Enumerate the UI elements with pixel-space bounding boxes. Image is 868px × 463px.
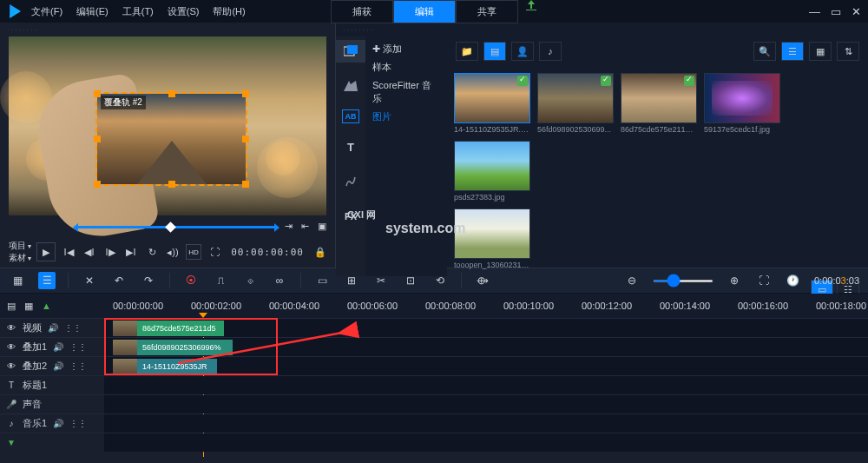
- zoom-slider[interactable]: [653, 280, 713, 282]
- panel-grip[interactable]: ∙∙∙∙∙∙∙∙: [336, 23, 868, 36]
- transitions-tab-icon[interactable]: [336, 75, 365, 97]
- resize-handle[interactable]: [94, 90, 101, 97]
- volume-button[interactable]: ◂)): [165, 244, 181, 260]
- ripple-icon[interactable]: ⟲: [431, 272, 449, 289]
- minimize-button[interactable]: —: [809, 5, 820, 18]
- lock-icon[interactable]: ⋮⋮: [64, 323, 76, 333]
- resize-handle[interactable]: [168, 90, 175, 97]
- resize-handle[interactable]: [242, 90, 249, 97]
- menu-file[interactable]: 文件(F): [31, 5, 62, 18]
- lock-icon[interactable]: 🔒: [314, 247, 326, 258]
- filter-audio-icon[interactable]: ♪: [539, 42, 562, 61]
- hd-button[interactable]: HD: [186, 244, 201, 260]
- thumbnail[interactable]: 59137e5cedc1f.jpg: [704, 73, 780, 134]
- prev-frame-button[interactable]: ◀I: [82, 244, 97, 260]
- tab-capture[interactable]: 捕获: [331, 0, 393, 23]
- menu-settings[interactable]: 设置(S): [168, 5, 200, 18]
- mark-in-icon[interactable]: ⇥: [285, 221, 293, 232]
- zoom-in-icon[interactable]: ⊕: [726, 272, 743, 289]
- folder-icon[interactable]: 📁: [456, 42, 478, 61]
- scrub-bar[interactable]: [78, 226, 274, 228]
- clip[interactable]: 14-15110Z9535JR: [113, 359, 217, 374]
- snap-icon[interactable]: ⊡: [402, 272, 419, 289]
- go-end-button[interactable]: ▶I: [123, 244, 139, 260]
- record-icon[interactable]: ⦿: [182, 272, 200, 289]
- preview-panel[interactable]: 覆叠轨 #2: [9, 36, 326, 215]
- screenshot-icon[interactable]: ▣: [318, 221, 326, 232]
- sort-icon[interactable]: ⇅: [837, 42, 859, 61]
- view-list-icon[interactable]: ☰: [781, 42, 804, 61]
- overlay-bounding-box[interactable]: 覆叠轨 #2: [95, 92, 247, 186]
- panel-grip[interactable]: ∙∙∙∙∙∙∙∙: [0, 23, 335, 36]
- add-folder-button[interactable]: ✚ 添加: [372, 40, 440, 58]
- thumbnail[interactable]: 14-15110Z9535JR.jpg: [454, 73, 530, 134]
- search-icon[interactable]: 🔍: [753, 42, 776, 61]
- mark-out-icon[interactable]: ⇤: [301, 221, 309, 232]
- thumbnail[interactable]: 56fd098902530699...: [537, 73, 614, 134]
- resize-handle[interactable]: [242, 136, 249, 142]
- tab-share[interactable]: 共享: [456, 0, 518, 23]
- mixer-icon[interactable]: ⎍: [212, 272, 229, 289]
- thumbnail[interactable]: tooopen_13060231.jpg: [454, 208, 861, 269]
- maximize-button[interactable]: ▭: [831, 5, 841, 18]
- mute-icon[interactable]: 🔊: [52, 342, 64, 352]
- menu-tool[interactable]: 工具(T): [122, 5, 154, 18]
- fullscreen-button[interactable]: ⛶: [207, 244, 222, 260]
- resize-handle[interactable]: [242, 181, 249, 188]
- track-down-icon[interactable]: ▼: [5, 438, 17, 447]
- material-label[interactable]: 素材: [9, 253, 26, 262]
- eye-icon[interactable]: 👁: [5, 342, 17, 352]
- menu-help[interactable]: 帮助(H): [213, 5, 245, 18]
- fx-tab-icon[interactable]: FX: [336, 205, 365, 228]
- resize-handle[interactable]: [168, 181, 175, 188]
- music-icon[interactable]: ♪: [5, 419, 17, 428]
- split-icon[interactable]: ⊞: [343, 272, 360, 289]
- motion-icon[interactable]: ⟴: [474, 272, 491, 289]
- upload-icon[interactable]: [525, 0, 537, 10]
- resize-handle[interactable]: [94, 136, 101, 142]
- undo-icon[interactable]: ↶: [110, 272, 128, 289]
- menu-edit[interactable]: 编辑(E): [76, 5, 108, 18]
- redo-icon[interactable]: ↷: [140, 272, 157, 289]
- trim-icon[interactable]: ✂: [372, 272, 390, 289]
- lock-icon[interactable]: ⋮⋮: [69, 361, 82, 371]
- tree-scorefitter[interactable]: ScoreFitter 音乐: [372, 76, 440, 108]
- clip[interactable]: 56fd0989025306996%: [113, 340, 233, 355]
- voice-icon[interactable]: 🎤: [5, 400, 17, 409]
- next-frame-button[interactable]: I▶: [102, 244, 118, 260]
- track-up-icon[interactable]: ▲: [42, 301, 51, 311]
- lock-icon[interactable]: ⋮⋮: [69, 342, 82, 352]
- tree-images[interactable]: 图片: [372, 108, 440, 126]
- thumbnail[interactable]: 86d75cde575e211d5...: [621, 73, 697, 134]
- clip[interactable]: 86d75cde575e211d5: [113, 321, 224, 336]
- close-button[interactable]: ✕: [852, 5, 861, 18]
- track-add-icon[interactable]: ▦: [24, 301, 33, 312]
- resize-handle[interactable]: [94, 181, 101, 188]
- mute-icon[interactable]: 🔊: [47, 323, 59, 333]
- timeline-mode-icon[interactable]: ☰: [38, 272, 56, 289]
- loop-button[interactable]: ↻: [144, 244, 160, 260]
- title-icon[interactable]: T: [5, 380, 17, 390]
- zoom-out-icon[interactable]: ⊖: [623, 272, 641, 289]
- storyboard-mode-icon[interactable]: ▦: [9, 272, 26, 289]
- auto-music-icon[interactable]: ⟐: [241, 272, 259, 289]
- go-start-button[interactable]: I◀: [61, 244, 76, 260]
- clock-icon[interactable]: 🕐: [785, 272, 802, 289]
- view-grid-icon[interactable]: ▦: [809, 42, 832, 61]
- title-tab-icon[interactable]: AB: [342, 109, 359, 123]
- eye-icon[interactable]: 👁: [5, 323, 17, 333]
- media-tab-icon[interactable]: [336, 40, 365, 63]
- thumbnail[interactable]: psds27383.jpg: [454, 141, 530, 202]
- project-label[interactable]: 项目: [9, 241, 26, 250]
- text-tab-icon[interactable]: T: [336, 136, 365, 158]
- filter-all-icon[interactable]: ▤: [483, 42, 506, 61]
- tab-edit[interactable]: 编辑: [393, 0, 456, 23]
- mute-icon[interactable]: 🔊: [52, 361, 64, 371]
- fit-icon[interactable]: ⛶: [755, 272, 773, 289]
- link-icon[interactable]: ∞: [271, 272, 288, 289]
- track-menu-icon[interactable]: ▤: [7, 301, 16, 312]
- lock-icon[interactable]: ⋮⋮: [69, 419, 82, 428]
- tree-sample[interactable]: 样本: [372, 58, 440, 76]
- tools-icon[interactable]: ✕: [81, 272, 98, 289]
- mute-icon[interactable]: 🔊: [52, 419, 64, 428]
